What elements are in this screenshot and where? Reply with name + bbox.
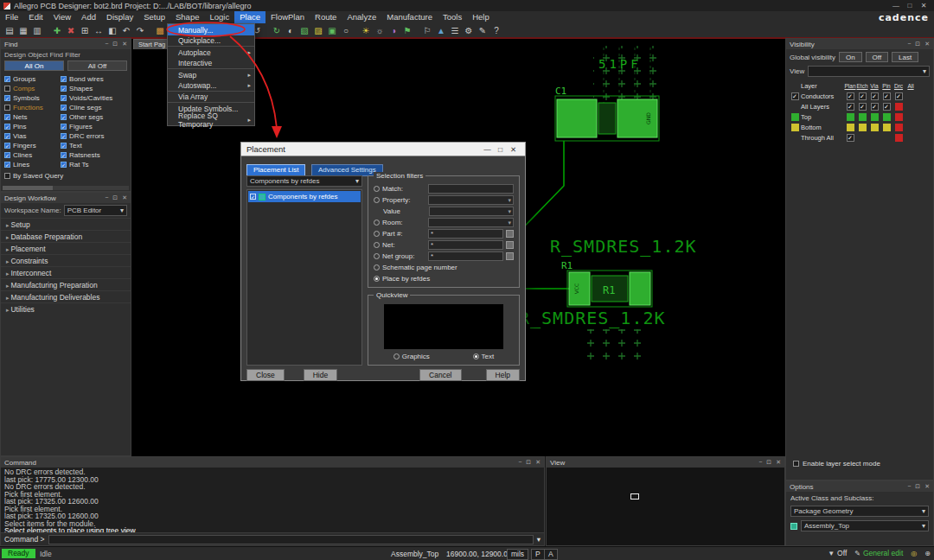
panel-close-icon[interactable]: ✕ <box>535 459 541 466</box>
checkbox[interactable] <box>61 105 67 111</box>
layer-col-plan[interactable]: Plan <box>844 83 856 89</box>
redraw-icon[interactable]: ↻ <box>270 24 284 37</box>
schematic-page-radio[interactable] <box>374 264 380 270</box>
checkbox[interactable] <box>4 105 10 111</box>
match-input[interactable] <box>428 184 514 194</box>
redo-icon[interactable]: ↷ <box>133 24 147 37</box>
find-comps[interactable]: Comps <box>4 84 61 93</box>
layer-col-drc[interactable]: Drc <box>892 83 905 89</box>
color-priority-icon[interactable]: ▩ <box>153 24 167 37</box>
menu-edit[interactable]: Edit <box>23 11 48 23</box>
text-radio[interactable] <box>473 353 479 360</box>
delete-icon[interactable]: ✖ <box>64 24 78 37</box>
checkbox[interactable] <box>61 152 67 158</box>
menu-analyze[interactable]: Analyze <box>342 11 381 23</box>
workflow-constraints[interactable]: Constraints <box>1 254 131 266</box>
place-menu-quickplace[interactable]: Quickplace... <box>168 35 254 47</box>
find-clines[interactable]: Clines <box>4 150 61 160</box>
checkbox[interactable] <box>61 162 67 168</box>
menu-view[interactable]: View <box>48 11 76 23</box>
tab-advanced-settings[interactable]: Advanced Settings <box>311 164 383 176</box>
layer-visibility-toggle[interactable]: ✓ <box>871 92 879 100</box>
view-dropdown[interactable]: ▾ <box>808 66 930 77</box>
checkbox[interactable] <box>61 76 67 82</box>
checkbox[interactable] <box>4 133 10 139</box>
layer-visibility-toggle[interactable]: ✓ <box>859 92 867 100</box>
menu-shape[interactable]: Shape <box>170 11 204 23</box>
layer-visibility-toggle[interactable] <box>859 113 867 121</box>
net-group-radio[interactable] <box>374 253 380 259</box>
dialog-minimize-button[interactable]: — <box>481 145 494 154</box>
checkbox[interactable] <box>61 95 67 101</box>
save-icon[interactable]: ▦ <box>16 24 30 37</box>
menu-help[interactable]: Help <box>467 11 495 23</box>
padstack-icon[interactable]: ▣ <box>325 24 339 37</box>
move-icon[interactable]: ↔ <box>92 24 106 37</box>
panel-float-icon[interactable]: ⊡ <box>112 194 118 201</box>
layer-visibility-toggle[interactable] <box>883 113 891 121</box>
shadow-toggle-icon[interactable]: ◐ <box>284 24 297 37</box>
layer-visibility-toggle[interactable]: ✓ <box>859 103 867 111</box>
find-text[interactable]: Text <box>61 141 127 150</box>
panel-minimize-icon[interactable]: − <box>907 483 911 490</box>
room-select[interactable]: ▾ <box>428 218 514 227</box>
layer-col-etch[interactable]: Etch <box>856 83 868 89</box>
dehighlight-icon[interactable]: ☼ <box>373 24 387 37</box>
dialog-close-button[interactable]: ✕ <box>507 145 520 154</box>
cancel-button[interactable]: Cancel <box>419 369 461 381</box>
all-off-button[interactable]: All Off <box>67 60 127 71</box>
layer-visibility-toggle[interactable] <box>847 113 854 121</box>
find-groups[interactable]: Groups <box>4 74 61 84</box>
checkbox[interactable] <box>61 86 67 92</box>
menu-route[interactable]: Route <box>310 11 342 23</box>
visibility-off-button[interactable]: Off <box>866 52 889 62</box>
find-nets[interactable]: Nets <box>4 112 61 122</box>
workspace-name-dropdown[interactable]: PCB Editor ▾ <box>64 205 127 216</box>
net-group-browse-button[interactable] <box>506 252 514 260</box>
match-radio[interactable] <box>374 186 380 192</box>
workflow-manufacturing-preparation[interactable]: Manufacturing Preparation <box>1 278 131 290</box>
placement-dialog-titlebar[interactable]: Placement — □ ✕ <box>240 142 526 156</box>
checkbox[interactable] <box>4 114 10 120</box>
checkbox[interactable] <box>4 86 10 92</box>
window-minimize-button[interactable]: — <box>889 2 903 10</box>
net-radio[interactable] <box>374 242 380 248</box>
layer-visibility-toggle[interactable] <box>895 124 903 131</box>
active-subclass-dropdown[interactable]: Assembly_Top ▾ <box>801 520 929 531</box>
place-menu-swap[interactable]: Swap ▸ <box>168 69 254 80</box>
visibility-on-button[interactable]: On <box>839 52 862 62</box>
board-icon[interactable]: ▧ <box>297 24 311 37</box>
checkbox[interactable] <box>4 152 10 158</box>
panel-float-icon[interactable]: ⊡ <box>766 459 771 466</box>
part-radio[interactable] <box>374 231 380 237</box>
hide-button[interactable]: Hide <box>304 369 337 381</box>
layer-visibility-toggle[interactable] <box>847 124 854 131</box>
quickview-text-option[interactable]: Text <box>473 353 495 360</box>
command-input[interactable] <box>48 535 534 544</box>
property-select[interactable]: ▾ <box>428 195 514 205</box>
panel-close-icon[interactable]: ✕ <box>924 41 930 48</box>
placement-tree[interactable]: Components by refdes <box>246 189 362 366</box>
view-minimap[interactable] <box>547 468 784 545</box>
find-figures[interactable]: Figures <box>61 122 127 131</box>
view-extent-indicator[interactable] <box>630 493 639 500</box>
place-menu-via-array[interactable]: Via Array <box>168 92 254 103</box>
place-menu-interactive[interactable]: Interactive <box>168 58 254 69</box>
graphics-radio[interactable] <box>393 353 400 360</box>
a-button[interactable]: A <box>544 549 558 560</box>
mirror-icon[interactable]: ◧ <box>106 24 119 37</box>
find-shapes[interactable]: Shapes <box>61 84 127 93</box>
checkbox[interactable] <box>4 95 10 101</box>
horizontal-scrollbar[interactable] <box>3 186 129 190</box>
panel-minimize-icon[interactable]: − <box>518 459 521 466</box>
label-icon[interactable]: ✎ <box>476 24 489 37</box>
net-input[interactable]: * <box>428 240 503 250</box>
window-maximize-button[interactable]: □ <box>903 2 917 10</box>
tree-item-components-by-refdes[interactable]: Components by refdes <box>248 191 361 202</box>
room-radio[interactable] <box>374 220 380 226</box>
all-on-button[interactable]: All On <box>4 60 64 71</box>
panel-float-icon[interactable]: ⊡ <box>112 41 118 48</box>
help-icon[interactable]: ? <box>489 24 503 37</box>
layer-visibility-toggle[interactable]: ✓ <box>847 103 854 111</box>
by-saved-query-row[interactable]: By Saved Query <box>1 170 131 181</box>
